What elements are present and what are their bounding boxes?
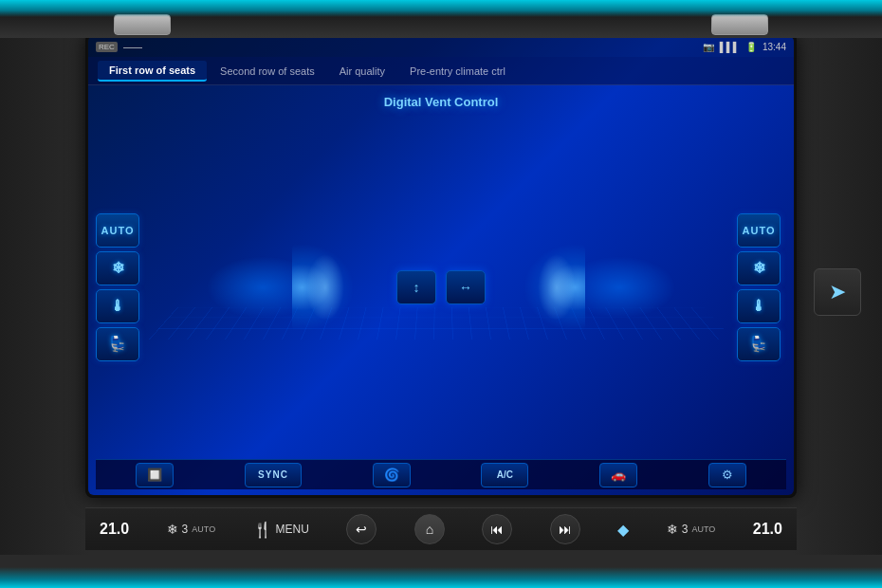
temp-right-display: 21.0: [753, 521, 782, 538]
controls-row: AUTO ❄ 🌡 💺: [96, 115, 786, 459]
screen-bezel: REC —— 📷 ▌▌▌ 🔋 13:44 First row of seats …: [85, 33, 797, 498]
diamond-icon: ◆: [617, 521, 629, 539]
fan-temp-button[interactable]: 🌀: [373, 463, 411, 487]
left-vent-direction-button[interactable]: ↕: [396, 270, 436, 304]
prev-icon: ⏮: [490, 522, 504, 537]
temp-left-value: 21.0: [100, 521, 129, 538]
prev-button[interactable]: ⏮: [482, 514, 512, 544]
left-seat-icon: 💺: [108, 335, 127, 353]
home-icon: ⌂: [426, 522, 433, 537]
climate-main: Digital Vent Control AUTO ❄ 🌡 💺: [88, 85, 794, 495]
right-seat-button[interactable]: 💺: [737, 327, 781, 361]
left-temp-icon: 🌡: [110, 298, 125, 315]
right-temp-button[interactable]: 🌡: [737, 289, 781, 323]
trim-button-right: [711, 14, 768, 35]
menu-label: MENU: [276, 523, 309, 536]
trim-button-left: [114, 14, 171, 35]
fan-right-sub: AUTO: [691, 524, 715, 534]
car-status-bar: 21.0 ❄ 3 AUTO 🍴 MENU ↩ ⌂ ⏮ ⏭ ◆ ❄ 3 AUTO …: [85, 507, 797, 550]
sync-button[interactable]: SYNC: [245, 463, 302, 487]
right-controls: AUTO ❄ 🌡 💺: [737, 213, 786, 361]
ac-button[interactable]: A/C: [481, 463, 528, 487]
side-panel-right: ➤: [792, 28, 882, 555]
settings-icon: ⚙: [722, 468, 733, 482]
right-vent-blade: [514, 235, 595, 340]
vent-center-controls: ↕ ↔: [396, 270, 486, 304]
right-auto-button[interactable]: AUTO: [737, 213, 781, 248]
left-vent-blade: [287, 235, 368, 340]
left-controls: AUTO ❄ 🌡 💺: [96, 213, 145, 361]
fan-right-label: 3: [682, 523, 689, 536]
rear-icon: 🔲: [147, 468, 162, 482]
fan-right-control[interactable]: ❄ 3 AUTO: [667, 522, 716, 537]
fork-icon: 🍴: [253, 521, 272, 539]
left-vent-dir-icon: ↕: [413, 280, 420, 295]
diamond-button[interactable]: ◆: [617, 521, 629, 539]
tab-second-row[interactable]: Second row of seats: [209, 62, 326, 81]
right-seat-icon: 💺: [749, 335, 768, 353]
status-divider: ——: [123, 42, 142, 52]
fan-left-control[interactable]: ❄ 3 AUTO: [167, 522, 216, 537]
center-vents: ↕ ↔: [149, 235, 733, 340]
rec-badge: REC: [96, 42, 118, 52]
clock: 13:44: [763, 42, 786, 52]
settings-button[interactable]: ⚙: [708, 463, 746, 487]
ambient-top-light: [0, 0, 882, 17]
fan-icon: 🌀: [384, 468, 399, 482]
vent-visual: ↕ ↔: [287, 235, 595, 340]
home-button[interactable]: ⌂: [414, 514, 445, 544]
tab-first-row[interactable]: First row of seats: [98, 61, 207, 82]
temp-left-display: 21.0: [100, 521, 129, 538]
fan-left-label: 3: [182, 523, 189, 536]
signal-bars: ▌▌▌: [720, 42, 740, 52]
next-button[interactable]: ⏭: [550, 514, 580, 544]
back-icon: ↩: [356, 522, 367, 537]
back-button[interactable]: ↩: [346, 514, 377, 544]
side-panel-left: [0, 28, 90, 555]
battery-icon: 🔋: [745, 42, 757, 52]
fan-left-icon: ❄: [167, 522, 178, 537]
left-seat-button[interactable]: 💺: [96, 327, 139, 361]
tab-air-quality[interactable]: Air quality: [328, 62, 396, 81]
ambient-bottom-light: [0, 567, 882, 588]
rear-button[interactable]: 🔲: [136, 463, 174, 487]
next-icon: ⏭: [559, 522, 572, 537]
right-seat-heat-button[interactable]: ❄: [737, 251, 781, 285]
tab-bar: First row of seats Second row of seats A…: [88, 57, 794, 85]
right-blade-glow: [538, 254, 576, 321]
left-auto-button[interactable]: AUTO: [96, 213, 139, 248]
left-blade-glow: [306, 254, 344, 321]
right-heat-icon: ❄: [753, 259, 765, 277]
car-icon: 🚗: [611, 468, 626, 482]
status-bar: REC —— 📷 ▌▌▌ 🔋 13:44: [88, 36, 794, 57]
right-temp-icon: 🌡: [751, 298, 766, 315]
vent-title: Digital Vent Control: [96, 95, 786, 109]
bottom-toolbar: 🔲 SYNC 🌀 A/C 🚗 ⚙: [96, 459, 786, 489]
left-seat-heat-button[interactable]: ❄: [96, 251, 139, 285]
right-vent-direction-button[interactable]: ↔: [446, 270, 486, 304]
screen: REC —— 📷 ▌▌▌ 🔋 13:44 First row of seats …: [88, 36, 794, 495]
camera-icon: 📷: [703, 42, 714, 52]
car-mode-button[interactable]: 🚗: [599, 463, 637, 487]
fan-right-icon: ❄: [667, 522, 678, 537]
left-temp-button[interactable]: 🌡: [96, 289, 139, 323]
right-vent-dir-icon: ↔: [459, 280, 472, 295]
temp-right-value: 21.0: [753, 521, 782, 538]
fan-left-sub: AUTO: [192, 524, 215, 534]
menu-button[interactable]: 🍴 MENU: [253, 521, 309, 539]
navigation-icon[interactable]: ➤: [814, 268, 861, 316]
tab-pre-entry[interactable]: Pre-entry climate ctrl: [398, 62, 517, 81]
left-heat-icon: ❄: [112, 259, 124, 277]
vent-ctrl-row: ↕ ↔: [396, 270, 486, 304]
